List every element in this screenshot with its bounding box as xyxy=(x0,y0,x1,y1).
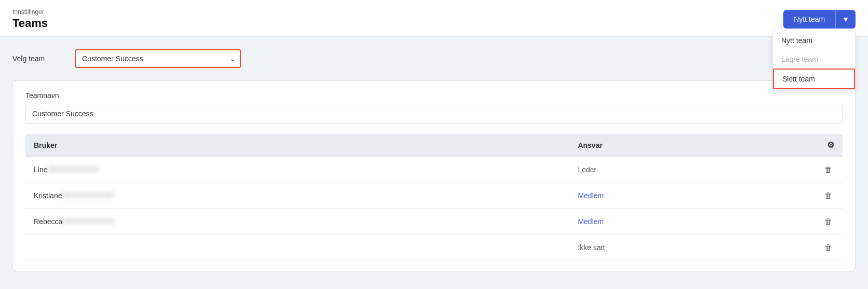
role-text: Ikke satt xyxy=(578,243,605,252)
dropdown-item-save-team: Lagre team xyxy=(773,50,855,68)
team-select-wrapper: Customer Success ⌄ xyxy=(75,49,241,68)
delete-member-button[interactable]: 🗑 xyxy=(822,241,834,254)
team-select-row: Velg team Customer Success ⌄ xyxy=(12,49,856,68)
table-row: LineLeder🗑 xyxy=(25,157,843,183)
user-cell: Rebecca xyxy=(25,209,569,235)
role-cell: Ikke satt xyxy=(569,235,814,260)
user-email-blurred xyxy=(47,166,99,172)
table-row: RebeccaMedlem🗑 xyxy=(25,209,843,235)
user-name: Line xyxy=(34,166,47,174)
page-title: Teams xyxy=(12,17,48,30)
new-team-button[interactable]: Nytt team xyxy=(783,10,835,29)
chevron-down-icon: ▼ xyxy=(842,15,849,23)
dropdown-item-delete-team[interactable]: Slett team xyxy=(773,68,855,89)
delete-member-button[interactable]: 🗑 xyxy=(822,215,834,228)
page-header: Innstillinger Teams Nytt team ▼ Nytt tea… xyxy=(0,0,868,37)
trash-icon: 🗑 xyxy=(824,217,832,226)
user-cell: Line xyxy=(25,157,569,183)
header-right: Nytt team ▼ Nytt team Lagre team Slett t… xyxy=(783,10,856,29)
role-link[interactable]: Medlem xyxy=(578,217,604,226)
user-email-blurred xyxy=(62,218,114,224)
table-header-row: Bruker Ansvar ⚙ xyxy=(25,134,843,157)
trash-icon: 🗑 xyxy=(824,165,832,174)
actions-cell: 🗑 xyxy=(814,209,843,235)
role-link[interactable]: Medlem xyxy=(578,191,604,200)
actions-cell: 🗑 xyxy=(814,235,843,260)
role-cell: Leder xyxy=(569,157,814,183)
user-name: Kristiane xyxy=(34,191,62,200)
trash-icon: 🗑 xyxy=(824,243,832,252)
user-cell xyxy=(25,235,569,260)
delete-member-button[interactable]: 🗑 xyxy=(822,189,834,202)
new-team-dropdown-toggle[interactable]: ▼ xyxy=(835,10,856,29)
team-select[interactable]: Customer Success xyxy=(75,49,241,68)
col-header-user: Bruker xyxy=(25,134,569,157)
delete-member-button[interactable]: 🗑 xyxy=(822,163,834,176)
col-header-actions: ⚙ xyxy=(814,134,843,157)
gear-icon[interactable]: ⚙ xyxy=(827,140,834,150)
team-select-label: Velg team xyxy=(12,54,75,63)
role-text: Leder xyxy=(578,166,596,174)
role-cell: Medlem xyxy=(569,209,814,235)
col-header-ansvar: Ansvar xyxy=(569,134,814,157)
header-left: Innstillinger Teams xyxy=(12,8,48,30)
user-cell: Kristiane xyxy=(25,183,569,209)
members-table: Bruker Ansvar ⚙ LineLeder🗑KristianeMedle… xyxy=(25,134,843,260)
trash-icon: 🗑 xyxy=(824,191,832,200)
table-row: KristianeMedlem🗑 xyxy=(25,183,843,209)
breadcrumb: Innstillinger xyxy=(12,8,48,16)
user-name: Rebecca xyxy=(34,217,62,226)
main-content: Velg team Customer Success ⌄ Teamnavn Br… xyxy=(0,37,868,289)
role-cell: Medlem xyxy=(569,183,814,209)
dropdown-item-new-team[interactable]: Nytt team xyxy=(773,31,855,50)
user-email-blurred xyxy=(62,192,114,198)
actions-cell: 🗑 xyxy=(814,157,843,183)
dropdown-menu: Nytt team Lagre team Slett team xyxy=(772,31,856,90)
team-name-input[interactable] xyxy=(25,104,843,123)
form-section: Teamnavn Bruker Ansvar ⚙ LineLede xyxy=(12,80,856,271)
table-row: Ikke satt🗑 xyxy=(25,235,843,260)
team-name-label: Teamnavn xyxy=(25,91,843,100)
actions-cell: 🗑 xyxy=(814,183,843,209)
